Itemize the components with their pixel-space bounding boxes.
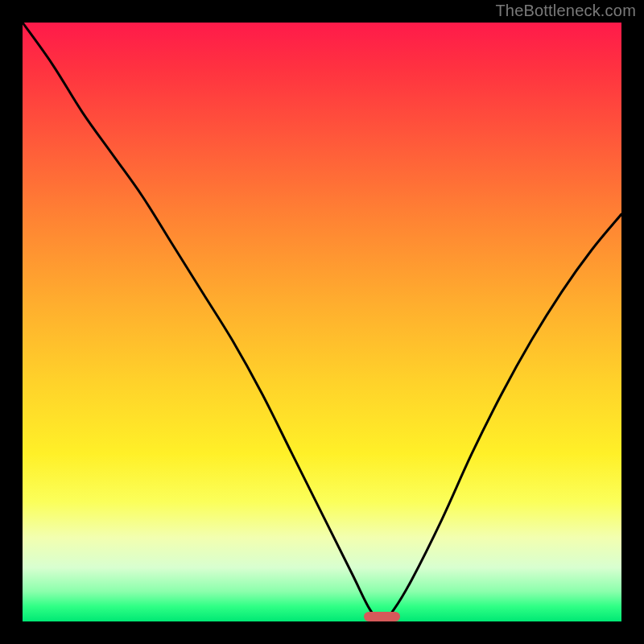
optimal-marker (364, 612, 400, 621)
plot-area (23, 23, 621, 621)
watermark-text: TheBottleneck.com (495, 2, 636, 20)
bottleneck-curve-path (23, 23, 621, 621)
chart-frame: TheBottleneck.com (0, 0, 644, 644)
curve-svg (23, 23, 621, 621)
